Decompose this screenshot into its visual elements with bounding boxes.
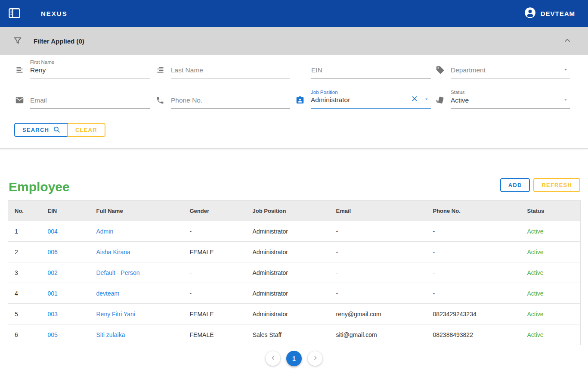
cell-phone: - bbox=[427, 283, 521, 304]
clear-button-label: CLEAR bbox=[75, 127, 97, 133]
ein-field bbox=[311, 59, 431, 78]
filter-form: First Name bbox=[0, 55, 588, 149]
department-field[interactable]: Department bbox=[435, 59, 570, 78]
cell-gender: FEMALE bbox=[183, 304, 246, 324]
cell-full-name: devteam bbox=[90, 283, 183, 304]
cell-job-position: Sales Staff bbox=[246, 324, 330, 345]
status-select[interactable]: Active bbox=[451, 97, 563, 108]
cell-no: 1 bbox=[8, 221, 41, 242]
cell-ein: 002 bbox=[41, 262, 90, 283]
page: NEXUS DEVTEAM Filter Applied (0) bbox=[0, 0, 588, 374]
full-name-link[interactable]: Default - Person bbox=[96, 269, 140, 276]
cell-job-position: Administrator bbox=[246, 283, 330, 304]
cell-full-name: Default - Person bbox=[90, 262, 183, 283]
ein-link[interactable]: 006 bbox=[48, 249, 58, 256]
table-row: 3 002 Default - Person - Administrator -… bbox=[8, 262, 581, 283]
search-button[interactable]: SEARCH bbox=[14, 123, 68, 137]
account-icon bbox=[524, 7, 536, 20]
cell-job-position: Administrator bbox=[246, 304, 330, 324]
table-row: 5 003 Reny Fitri Yani FEMALE Administrat… bbox=[8, 304, 581, 324]
tag-icon bbox=[435, 65, 445, 75]
align-right-icon bbox=[155, 65, 165, 75]
cell-status: Active bbox=[521, 304, 581, 324]
last-name-input[interactable] bbox=[171, 66, 290, 78]
sidebar-toggle-icon bbox=[7, 7, 22, 21]
refresh-button[interactable]: REFRESH bbox=[533, 178, 580, 192]
ein-link[interactable]: 001 bbox=[48, 290, 58, 297]
email-input[interactable] bbox=[30, 97, 150, 108]
col-no: No. bbox=[8, 201, 41, 221]
collapse-filter-button[interactable] bbox=[560, 34, 575, 49]
cell-email: siti@gmail.com bbox=[330, 324, 427, 345]
page-title: Employee bbox=[8, 180, 70, 194]
employee-table: No. EIN Full Name Gender Job Position Em… bbox=[8, 200, 581, 345]
ein-link[interactable]: 003 bbox=[48, 311, 58, 318]
col-phone: Phone No. bbox=[427, 201, 521, 221]
dropdown-arrow-icon[interactable] bbox=[563, 97, 568, 104]
email-field bbox=[14, 90, 150, 109]
cell-status: Active bbox=[521, 324, 581, 345]
full-name-link[interactable]: devteam bbox=[96, 290, 120, 297]
table-row: 6 005 Siti zulaika FEMALE Sales Staff si… bbox=[8, 324, 581, 345]
cell-full-name: Admin bbox=[90, 221, 183, 242]
cell-phone: - bbox=[427, 221, 521, 242]
phone-input[interactable] bbox=[171, 97, 290, 108]
department-select[interactable]: Department bbox=[451, 66, 563, 78]
first-name-field: First Name bbox=[14, 59, 150, 78]
full-name-link[interactable]: Reny Fitri Yani bbox=[96, 311, 136, 318]
ein-link[interactable]: 002 bbox=[48, 269, 58, 276]
cell-job-position: Administrator bbox=[246, 242, 330, 262]
style-icon bbox=[435, 96, 445, 105]
ein-input[interactable] bbox=[311, 66, 431, 78]
cell-phone: 0823429243234 bbox=[427, 304, 521, 324]
cell-ein: 003 bbox=[41, 304, 90, 324]
employee-section: Employee ADD REFRESH No. EIN Ful bbox=[0, 177, 588, 366]
full-name-link[interactable]: Siti zulaika bbox=[96, 331, 125, 338]
chevron-left-icon bbox=[270, 355, 276, 362]
cell-ein: 001 bbox=[41, 283, 90, 304]
next-page-button[interactable] bbox=[308, 351, 322, 366]
job-position-select[interactable]: Administrator bbox=[311, 96, 411, 108]
cell-email: reny@gmail.com bbox=[330, 304, 427, 324]
cell-job-position: Administrator bbox=[246, 221, 330, 242]
col-ein: EIN bbox=[41, 201, 90, 221]
status-field[interactable]: Status Active bbox=[435, 90, 570, 109]
cell-email: - bbox=[330, 262, 427, 283]
cell-email: - bbox=[330, 242, 427, 262]
full-name-link[interactable]: Aisha Kirana bbox=[96, 249, 130, 256]
cell-no: 4 bbox=[8, 283, 41, 304]
ein-link[interactable]: 005 bbox=[48, 331, 58, 338]
cell-gender: FEMALE bbox=[183, 324, 246, 345]
dropdown-arrow-icon[interactable] bbox=[424, 96, 429, 103]
clear-x-icon[interactable] bbox=[411, 95, 418, 104]
cell-phone: 082388493822 bbox=[427, 324, 521, 345]
collapse-chevron-up-icon bbox=[563, 36, 572, 46]
cell-gender: FEMALE bbox=[183, 242, 246, 262]
full-name-link[interactable]: Admin bbox=[96, 228, 114, 235]
cell-job-position: Administrator bbox=[246, 262, 330, 283]
filter-title: Filter Applied (0) bbox=[34, 37, 84, 45]
search-icon bbox=[53, 126, 60, 134]
badge-icon bbox=[295, 95, 305, 105]
cell-ein: 005 bbox=[41, 324, 90, 345]
dropdown-arrow-icon[interactable] bbox=[563, 66, 568, 74]
cell-status: Active bbox=[521, 221, 581, 242]
status-label: Status bbox=[451, 90, 465, 95]
page-1-button[interactable]: 1 bbox=[286, 351, 302, 366]
job-position-field[interactable]: Job Position Administrator bbox=[295, 90, 431, 109]
sidebar-toggle-button[interactable] bbox=[6, 5, 23, 22]
cell-status: Active bbox=[521, 283, 581, 304]
phone-field bbox=[155, 90, 290, 109]
prev-page-button[interactable] bbox=[266, 351, 280, 366]
last-name-field bbox=[155, 59, 290, 78]
brand-title: NEXUS bbox=[41, 10, 68, 17]
col-email: Email bbox=[330, 201, 427, 221]
clear-button[interactable]: CLEAR bbox=[67, 123, 105, 137]
first-name-input[interactable] bbox=[30, 66, 150, 78]
add-button[interactable]: ADD bbox=[500, 178, 530, 192]
phone-icon bbox=[155, 96, 165, 105]
align-left-icon bbox=[14, 65, 25, 75]
ein-link[interactable]: 004 bbox=[48, 228, 58, 235]
search-button-label: SEARCH bbox=[22, 127, 49, 133]
user-menu[interactable]: DEVTEAM bbox=[524, 7, 575, 20]
